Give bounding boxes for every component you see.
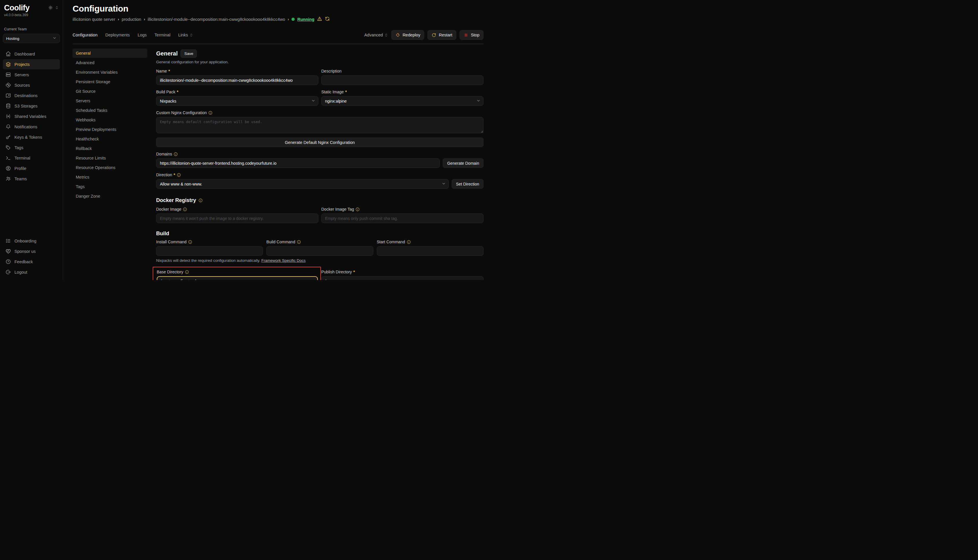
generate-nginx-button[interactable]: Generate Default Nginx Configuration [156,138,483,147]
status-dot [291,18,295,21]
info-icon [355,207,360,212]
nixpacks-note: Nixpacks will detect the required config… [156,258,483,263]
sidebar-item-projects[interactable]: Projects [3,59,60,69]
status-running-link[interactable]: Running [297,17,314,22]
general-form: General Save General configuration for y… [156,48,483,280]
install-command-label: Install Command [156,240,263,244]
direction-label: Direction* [156,173,483,177]
sidebar-item-shared-variables[interactable]: Shared Variables [3,111,60,122]
subnav-scheduled-tasks[interactable]: Scheduled Tasks [73,106,147,115]
subnav-persistent-storage[interactable]: Persistent Storage [73,77,147,87]
sidebar-item-tags[interactable]: Tags [3,142,60,153]
subnav-webhooks[interactable]: Webhooks [73,115,147,125]
app-logo: Coolify [4,3,30,12]
sidebar-item-profile[interactable]: Profile [3,163,60,173]
breadcrumb-application[interactable]: illicitestonion/-module--decomposition:m… [148,17,286,22]
base-directory-input[interactable] [157,276,318,280]
subnav-resource-limits[interactable]: Resource Limits [73,153,147,163]
section-heading-docker-registry: Docker Registry [156,197,196,203]
key-icon [5,134,11,140]
sidebar-item-keys-tokens[interactable]: Keys & Tokens [3,132,60,142]
sidebar-item-onboarding[interactable]: Onboarding [3,236,60,246]
subnav-general[interactable]: General [73,48,147,58]
publish-directory-input[interactable] [321,276,483,280]
sidebar-item-logout[interactable]: Logout [3,267,60,277]
team-select-value: Hosting [6,37,19,41]
subnav-rollback[interactable]: Rollback [73,144,147,153]
chevron-right-icon: › [288,17,289,22]
main-area: Configuration illicitonion quote server … [63,0,489,280]
sidebar-item-destinations[interactable]: Destinations [3,90,60,100]
breadcrumb: illicitonion quote server › production ›… [73,16,483,22]
start-command-label: Start Command [377,240,483,244]
stop-button[interactable]: Stop [460,30,483,40]
braces-x-icon [5,113,11,119]
subnav-git-source[interactable]: Git Source [73,87,147,96]
sidebar-item-label: Destinations [15,93,38,98]
direction-select[interactable]: Allow www & non-www. [156,179,449,189]
build-command-label: Build Command [266,240,373,244]
subnav-resource-operations[interactable]: Resource Operations [73,163,147,172]
subnav-advanced[interactable]: Advanced [73,58,147,67]
subnav-danger-zone[interactable]: Danger Zone [73,192,147,201]
build-pack-select[interactable]: Nixpacks [156,96,318,106]
sidebar-item-dashboard[interactable]: Dashboard [3,49,60,59]
sidebar-item-servers[interactable]: Servers [3,70,60,80]
bell-icon [5,124,11,130]
save-button[interactable]: Save [181,49,197,58]
name-label: Name* [156,69,318,73]
info-icon [183,207,187,212]
docker-image-label: Docker Image [156,207,318,212]
tab-logs[interactable]: Logs [138,33,147,37]
map-icon [5,93,11,98]
refresh-icon[interactable] [325,16,330,22]
custom-nginx-textarea[interactable] [156,117,483,133]
checklist-icon [5,238,11,243]
tab-deployments[interactable]: Deployments [105,33,130,37]
sidebar-item-terminal[interactable]: Terminal [3,153,60,163]
sidebar-item-sources[interactable]: Sources [3,80,60,90]
subnav-tags[interactable]: Tags [73,182,147,191]
subnav-preview-deployments[interactable]: Preview Deployments [73,125,147,134]
framework-docs-link[interactable]: Framework Specific Docs [261,258,306,263]
restart-button[interactable]: Restart [427,30,456,40]
sidebar-item-sponsor-us[interactable]: Sponsor us [3,246,60,256]
static-image-select[interactable]: nginx:alpine [321,96,483,106]
advanced-dropdown[interactable]: Advanced [364,33,388,37]
sidebar-item-feedback[interactable]: Feedback [3,257,60,267]
theme-toggle-sun-icon[interactable] [48,5,53,11]
build-command-input[interactable] [266,246,373,256]
subnav-metrics[interactable]: Metrics [73,173,147,182]
breadcrumb-project[interactable]: illicitonion quote server [73,17,115,22]
docker-image-tag-input[interactable] [321,213,483,223]
alert-triangle-icon[interactable] [317,16,322,22]
tab-configuration[interactable]: Configuration [73,33,97,37]
breadcrumb-environment[interactable]: production [122,17,141,22]
sidebar-item-teams[interactable]: Teams [3,174,60,184]
docker-image-input[interactable] [156,213,318,223]
sidebar-item-s3-storages[interactable]: S3 Storages [3,101,60,111]
sidebar-item-label: Servers [15,73,29,77]
tab-terminal[interactable]: Terminal [154,33,171,37]
subnav-healthcheck[interactable]: Healthcheck [73,134,147,143]
install-command-input[interactable] [156,246,263,256]
sidebar-item-label: Projects [15,62,30,67]
sidebar-item-label: Sponsor us [15,249,35,254]
team-select[interactable]: Hosting [3,34,60,43]
start-command-input[interactable] [377,246,483,256]
domains-input[interactable] [156,158,440,168]
subnav-environment-variables[interactable]: Environment Variables [73,68,147,77]
docker-image-tag-label: Docker Image Tag [321,207,483,212]
tag-icon [5,145,11,150]
subnav-servers[interactable]: Servers [73,96,147,105]
section-description: General configuration for your applicati… [156,60,483,64]
tab-links[interactable]: Links [178,33,193,37]
layers-icon [5,62,11,67]
description-input[interactable] [321,75,483,85]
generate-domain-button[interactable]: Generate Domain [443,158,483,168]
set-direction-button[interactable]: Set Direction [452,179,483,189]
name-input[interactable] [156,75,318,85]
chevrons-up-down-icon[interactable] [55,6,59,10]
redeploy-button[interactable]: Redeploy [391,30,424,40]
sidebar-item-notifications[interactable]: Notifications [3,122,60,132]
